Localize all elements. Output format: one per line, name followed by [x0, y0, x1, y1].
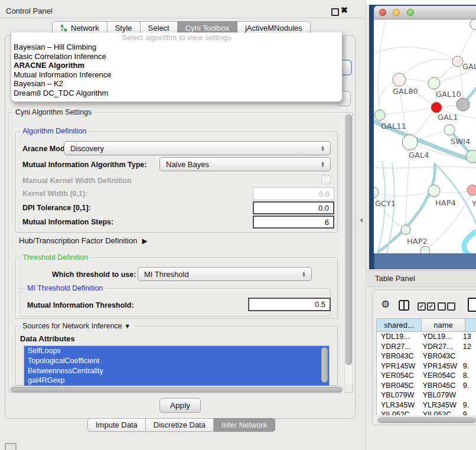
mi-steps-input[interactable]: 6 [253, 216, 334, 229]
top-strip [366, 0, 476, 5]
settings-vertical-scrollbar-thumb[interactable] [345, 115, 352, 365]
network-edge[interactable] [464, 231, 476, 253]
table-horizontal-scrollbar-thumb[interactable] [378, 418, 476, 423]
node-label-y: Y [471, 199, 476, 208]
node-label-gal4: GAL4 [409, 151, 429, 159]
column-header-shared[interactable]: shared... [376, 318, 422, 332]
algorithm-option-basic-correlation-inference[interactable]: Basic Correlation Inference [11, 52, 342, 61]
mi-threshold-input[interactable]: 0.5 [248, 298, 331, 311]
network-node[interactable] [420, 246, 430, 253]
mi-type-combo[interactable]: Naive Bayes ▲▼ [159, 157, 331, 171]
network-edge[interactable] [380, 107, 436, 115]
gear-icon[interactable]: ⚙ [381, 298, 390, 311]
network-node[interactable] [467, 185, 476, 195]
network-node[interactable] [452, 56, 463, 67]
network-node[interactable] [428, 185, 440, 197]
tab-infer-network[interactable]: Infer Network [214, 418, 275, 432]
table-row[interactable]: YDR27...YDR27...12 [377, 342, 476, 352]
aracne-mode-combo[interactable]: Discovery ▲▼ [64, 141, 331, 155]
data-attributes-label: Data Attributes [20, 334, 75, 343]
table-row[interactable]: YBR043CYBR043C [377, 351, 476, 361]
sources-group-title[interactable]: Sources for Network Inference ▼ [20, 322, 133, 330]
table-row[interactable]: YDL19...YDL19...13 [377, 332, 476, 342]
split-divider-arrow-icon[interactable] [360, 218, 363, 223]
table-cell: YBR045C [377, 381, 419, 390]
apply-button[interactable]: Apply [159, 398, 201, 413]
tab-discretize-data[interactable]: Discretize Data [146, 418, 214, 432]
network-window[interactable]: GALGAL80GAL10GAL1GAL11SWI4GAL4GCY1HAP4YH… [374, 6, 476, 253]
close-panel-icon[interactable]: ✖ [341, 5, 348, 15]
manual-kernel-label: Manual Kernel Width Definition [22, 177, 132, 185]
algorithm-option-mutual-information-inference[interactable]: Mutual Information Inference [11, 70, 342, 80]
network-window-titlebar[interactable] [374, 6, 476, 19]
table-cell: YPR145W [419, 362, 459, 370]
dpi-tolerance-input[interactable]: 0.0 [253, 201, 334, 214]
network-edge[interactable] [458, 27, 475, 61]
algorithm-option-aracne-algorithm[interactable]: ARACNE Algorithm [11, 61, 342, 70]
cyni-algorithm-settings-title: Cyni Algorithm Settings [13, 108, 94, 116]
mi-steps-value: 6 [325, 218, 329, 227]
network-node[interactable] [444, 125, 455, 135]
deselect-checkbox-icon[interactable] [438, 302, 446, 311]
tab-impute-data[interactable]: Impute Data [87, 418, 146, 432]
select-all-checkbox-icon[interactable]: ✓ [418, 302, 426, 311]
network-edge[interactable] [374, 167, 476, 168]
network-node[interactable] [401, 225, 410, 234]
select-all-checkbox2-icon[interactable]: ✓ [427, 302, 435, 311]
float-panel-icon[interactable] [331, 8, 339, 16]
network-node[interactable] [431, 102, 442, 113]
network-edge[interactable] [374, 191, 434, 196]
settings-horizontal-scrollbar-thumb[interactable] [11, 387, 343, 393]
table-cell: YBR043C [419, 352, 459, 360]
network-edge[interactable] [374, 193, 406, 230]
attribute-item-gal4rgexp[interactable]: gal4RGexp [24, 376, 329, 386]
control-panel-title: Control Panel [6, 6, 53, 15]
algorithm-option-bayesian-hill-climbing[interactable]: Bayesian – Hill Climbing [11, 43, 342, 52]
table-row[interactable]: YBR045CYBR045C9. [377, 381, 476, 391]
table-row[interactable]: YBL079WYBL079W [377, 390, 476, 400]
network-canvas[interactable]: GALGAL80GAL10GAL1GAL11SWI4GAL4GCY1HAP4YH… [374, 19, 476, 253]
network-node[interactable] [393, 73, 406, 86]
network-node[interactable] [374, 187, 379, 198]
attribute-item-selfloops[interactable]: SelfLoops [24, 346, 329, 356]
column-header-name[interactable]: name [422, 318, 465, 332]
table-row[interactable]: YLR345WYLR345W9. [377, 400, 476, 410]
combo-stepper-icon: ▲▼ [321, 145, 330, 151]
which-threshold-combo[interactable]: MI Threshold ▲▼ [138, 267, 312, 281]
mi-type-label: Mutual Information Algorithm Type: [22, 161, 146, 169]
node-label-gal11: GAL11 [381, 122, 406, 131]
kernel-width-input[interactable]: 0.0 [253, 187, 334, 200]
network-node[interactable] [428, 77, 440, 89]
hub-tf-definition-toggle[interactable]: Hub/Transcription Factor Definition ▶ [19, 236, 148, 245]
attribute-item-betweennesscentrality[interactable]: BetweennessCentrality [24, 366, 329, 376]
close-window-icon[interactable] [379, 9, 386, 16]
column-header-a[interactable]: A [465, 318, 476, 332]
attribute-item-topologicalcoefficient[interactable]: TopologicalCoefficient [24, 356, 329, 366]
deselect-checkbox2-icon[interactable] [447, 302, 455, 311]
zoom-window-icon[interactable] [407, 9, 414, 16]
apply-button-label: Apply [170, 401, 190, 410]
minimize-window-icon[interactable] [393, 9, 400, 16]
manual-kernel-checkbox[interactable] [321, 175, 331, 184]
algorithm-option-dream8-dc-tdc-algorithm[interactable]: Dream8 DC_TDC Algorithm [11, 89, 342, 98]
network-node[interactable] [470, 19, 476, 30]
table-row[interactable]: YPR145WYPR145W9. [377, 361, 476, 371]
network-node[interactable] [374, 110, 385, 120]
dpi-tolerance-label: DPI Tolerance [0,1]: [22, 204, 91, 212]
table-row[interactable]: YER054CYER054C8. [377, 371, 476, 381]
network-node[interactable] [402, 135, 418, 150]
network-node[interactable] [457, 98, 470, 111]
table-cell: 8. [459, 371, 476, 380]
attributes-list-scrollbar-thumb[interactable] [321, 347, 328, 383]
table-row[interactable]: YIL052CYIL052C9 [377, 410, 476, 415]
new-table-icon[interactable] [468, 298, 476, 312]
algorithm-option-bayesian-k2[interactable]: Bayesian – K2 [11, 79, 342, 89]
sources-title-text: Sources for Network Inference [22, 322, 122, 330]
network-graph: GALGAL80GAL10GAL1GAL11SWI4GAL4GCY1HAP4YH… [374, 19, 476, 253]
data-attributes-list[interactable]: SelfLoopsTopologicalCoefficientBetweenne… [24, 345, 330, 386]
threshold-definition-title: Threshold Definition [20, 253, 90, 262]
table-cell: YIL052C [419, 410, 459, 415]
network-node[interactable] [466, 150, 476, 163]
minimized-panel-icon[interactable] [5, 443, 17, 450]
columns-icon[interactable] [399, 300, 409, 311]
